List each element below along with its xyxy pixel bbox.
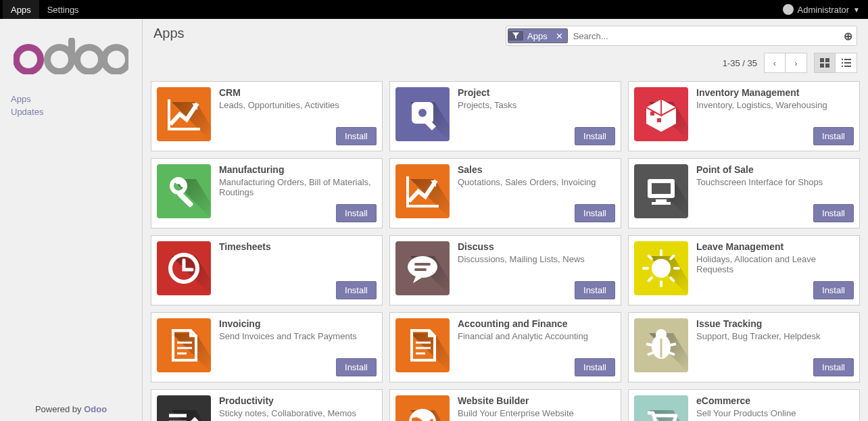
svg-rect-5 [825, 58, 829, 62]
app-desc: Touchscreen Interface for Shops [696, 177, 854, 187]
app-card[interactable]: Discuss Discussions, Mailing Lists, News… [389, 235, 621, 305]
user-name: Administrator [798, 5, 850, 15]
app-desc: Support, Bug Tracker, Helpdesk [696, 331, 854, 341]
install-button[interactable]: Install [813, 204, 854, 222]
app-card[interactable]: Issue Tracking Support, Bug Tracker, Hel… [628, 312, 860, 382]
svg-point-32 [408, 256, 437, 278]
app-card[interactable]: Timesheets Install [151, 235, 383, 305]
install-button[interactable]: Install [575, 358, 615, 376]
app-card[interactable]: eCommerce Sell Your Products Online Inst… [628, 389, 860, 421]
search-icon[interactable]: ⊕ [844, 30, 852, 43]
filter-icon [508, 31, 523, 41]
app-desc: Sell Your Products Online [696, 408, 854, 418]
manufacturing-icon [157, 164, 211, 218]
svg-rect-33 [414, 263, 431, 266]
topbar-left: Apps Settings [3, 0, 87, 19]
app-card[interactable]: Website Builder Build Your Enterprise We… [389, 389, 621, 421]
svg-rect-4 [820, 58, 824, 62]
svg-rect-9 [844, 59, 851, 60]
install-button[interactable]: Install [813, 281, 854, 299]
app-card[interactable]: Manufacturing Manufacturing Orders, Bill… [151, 158, 383, 228]
svg-point-36 [652, 259, 671, 278]
sales-icon [395, 164, 450, 218]
svg-rect-27 [656, 199, 667, 202]
view-list[interactable] [836, 53, 857, 73]
svg-rect-11 [844, 62, 851, 64]
pager-text: 1-35 / 35 [723, 58, 757, 68]
sidebar-item-apps[interactable]: Apps [11, 93, 131, 105]
svg-point-1 [47, 47, 72, 72]
svg-rect-19 [657, 118, 661, 122]
app-name: Leave Management [696, 241, 854, 252]
install-button[interactable]: Install [336, 204, 377, 222]
app-desc: Financial and Analytic Accounting [458, 331, 615, 341]
app-card[interactable]: Invoicing Send Invoices and Track Paymen… [151, 312, 383, 382]
app-card[interactable]: Project Projects, Tasks Install [389, 81, 621, 151]
install-button[interactable]: Install [575, 127, 615, 145]
svg-line-57 [669, 344, 676, 345]
website-icon [395, 395, 450, 421]
install-button[interactable]: Install [813, 127, 854, 145]
logo [0, 38, 142, 76]
app-name: Discuss [458, 241, 615, 252]
app-desc: Quotations, Sales Orders, Invoicing [458, 177, 615, 187]
app-desc: Discussions, Mailing Lists, News [458, 254, 615, 264]
app-card[interactable]: Leave Management Holidays, Allocation an… [628, 235, 860, 305]
sidebar-footer: Powered by Odoo [0, 397, 142, 421]
issue-icon [634, 318, 688, 372]
pager-prev[interactable]: ‹ [764, 53, 786, 73]
svg-rect-28 [652, 202, 671, 205]
app-desc: Build Your Enterprise Website [458, 408, 615, 418]
menu-apps[interactable]: Apps [3, 0, 39, 19]
ecommerce-icon [634, 395, 688, 421]
search-box[interactable]: Apps ✕ ⊕ [506, 26, 857, 46]
app-name: Sales [458, 164, 615, 175]
page-title: Apps [153, 26, 185, 41]
menu-settings[interactable]: Settings [39, 0, 87, 19]
search-input[interactable] [571, 28, 844, 44]
pager-buttons: ‹ › [764, 53, 807, 73]
app-name: Website Builder [458, 395, 615, 406]
pager-next[interactable]: › [786, 53, 807, 73]
svg-rect-41 [660, 280, 662, 287]
app-card[interactable]: CRM Leads, Opportunities, Activities Ins… [151, 81, 383, 151]
user-menu[interactable]: Administrator ▼ [783, 4, 865, 15]
app-card[interactable]: Inventory Management Inventory, Logistic… [628, 81, 860, 151]
facet-remove[interactable]: ✕ [552, 31, 567, 41]
pos-icon [634, 164, 688, 218]
app-name: Issue Tracking [696, 318, 854, 329]
sidebar-item-updates[interactable]: Updates [11, 105, 131, 118]
app-card[interactable]: Accounting and Finance Financial and Ana… [389, 312, 621, 382]
install-button[interactable]: Install [575, 204, 615, 222]
svg-rect-13 [844, 66, 851, 67]
app-name: Point of Sale [696, 164, 854, 175]
svg-rect-6 [820, 64, 824, 68]
install-button[interactable]: Install [336, 281, 377, 299]
inventory-icon [634, 87, 688, 141]
app-card[interactable]: Productivity Sticky notes, Collaborative… [151, 389, 383, 421]
install-button[interactable]: Install [813, 358, 854, 376]
avatar-icon [783, 4, 794, 15]
timesheets-icon [157, 241, 211, 295]
app-desc: Manufacturing Orders, Bill of Materials,… [219, 177, 377, 197]
app-card[interactable]: Sales Quotations, Sales Orders, Invoicin… [389, 158, 621, 228]
project-icon [395, 87, 450, 141]
app-desc: Sticky notes, Collaborative, Memos [219, 408, 377, 418]
install-button[interactable]: Install [575, 281, 615, 299]
svg-rect-10 [842, 62, 843, 64]
install-button[interactable]: Install [336, 358, 377, 376]
svg-point-2 [77, 47, 101, 72]
view-switch [814, 53, 857, 73]
view-kanban[interactable] [814, 53, 836, 73]
topbar: Apps Settings Administrator ▼ [0, 0, 868, 19]
install-button[interactable]: Install [336, 127, 377, 145]
app-name: Productivity [219, 395, 377, 406]
svg-rect-8 [842, 59, 843, 60]
discuss-icon [395, 241, 450, 295]
app-name: CRM [219, 87, 377, 98]
footer-brand[interactable]: Odoo [84, 404, 107, 414]
app-card[interactable]: Point of Sale Touchscreen Interface for … [628, 158, 860, 228]
leave-icon [634, 241, 688, 295]
app-name: Accounting and Finance [458, 318, 615, 329]
productivity-icon [157, 395, 211, 421]
